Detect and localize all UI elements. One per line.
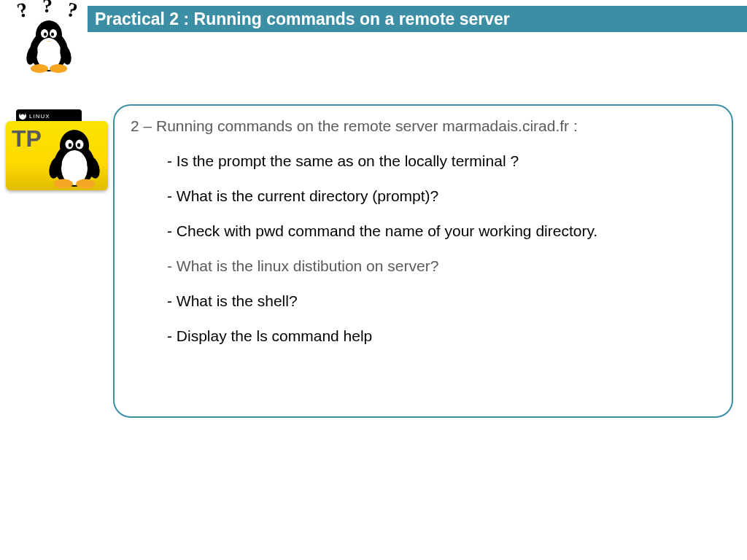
header-bar: Practical 2 : Running commands on a remo…: [88, 6, 747, 32]
section-heading: 2 – Running commands on the remote serve…: [131, 117, 710, 135]
page-title: Practical 2 : Running commands on a remo…: [95, 9, 510, 29]
question-list: - Is the prompt the same as on the local…: [131, 152, 710, 345]
tp-folder-icon: LINUX TP: [6, 109, 108, 193]
tux-penguin-icon: [46, 124, 103, 188]
svg-point-21: [54, 179, 73, 189]
question-item: - What is the current directory (prompt)…: [167, 187, 710, 205]
question-item: - Check with pwd command the name of you…: [167, 222, 710, 240]
tux-thinking-icon: ? ? ?: [7, 0, 88, 80]
tux-penguin-icon: [23, 15, 74, 73]
svg-point-5: [44, 33, 47, 36]
question-item: - Is the prompt the same as on the local…: [167, 152, 710, 170]
question-item: - What is the linux distibution on serve…: [167, 257, 710, 275]
svg-point-19: [69, 143, 71, 147]
svg-point-13: [20, 114, 25, 120]
svg-point-22: [76, 179, 95, 189]
folder-body: TP: [6, 121, 108, 190]
svg-point-8: [50, 64, 67, 73]
folder-tab-label: LINUX: [29, 113, 50, 120]
content-panel: 2 – Running commands on the remote serve…: [113, 104, 733, 418]
svg-point-7: [31, 64, 48, 73]
question-item: - Display the ls command help: [167, 327, 710, 345]
svg-point-20: [77, 143, 80, 147]
folder-badge: TP: [12, 125, 42, 152]
svg-point-6: [51, 33, 54, 36]
tux-mini-icon: [18, 110, 28, 120]
question-item: - What is the shell?: [167, 292, 710, 310]
